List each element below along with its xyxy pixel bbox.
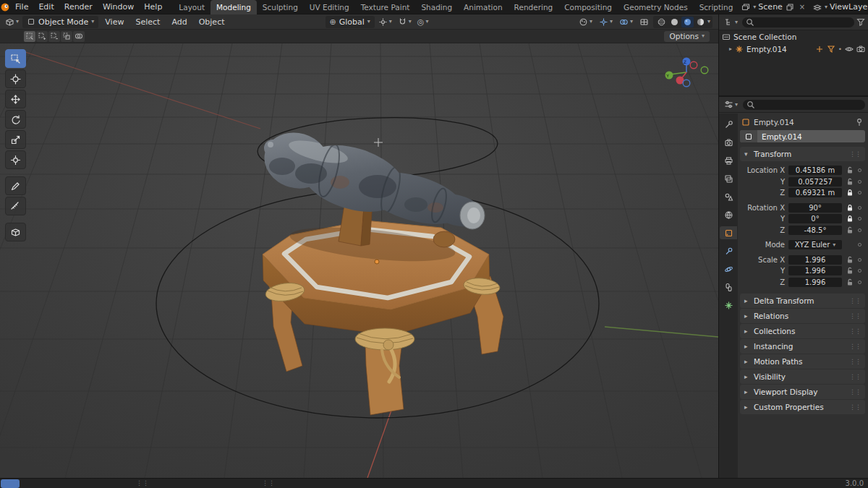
lock-icon[interactable] <box>846 178 854 186</box>
scene-browse-chevron-icon[interactable]: ▾ <box>753 4 756 10</box>
location-y-field[interactable]: 0.057257 <box>788 177 842 187</box>
panel-grip-icon[interactable]: ⋮⋮ <box>849 328 861 335</box>
object-name-field[interactable]: Empty.014 <box>740 130 865 142</box>
transform-orientation-dropdown[interactable]: ⊕ Global ▾ <box>326 16 375 28</box>
panel-header-custom-properties[interactable]: ▸ Custom Properties ⋮⋮ <box>740 400 865 414</box>
animate-decorator[interactable] <box>858 217 861 221</box>
animate-decorator[interactable] <box>858 258 861 262</box>
tab-texture-paint[interactable]: Texture Paint <box>355 0 416 14</box>
panel-header-motion-paths[interactable]: ▸ Motion Paths ⋮⋮ <box>740 354 865 369</box>
tab-object-data-properties[interactable] <box>720 299 737 312</box>
menu-view[interactable]: View <box>100 14 129 30</box>
animate-decorator[interactable] <box>858 180 861 184</box>
scale-z-field[interactable]: 1.996 <box>788 278 842 287</box>
3d-viewport[interactable]: Y Z <box>0 43 718 478</box>
panel-header-collections[interactable]: ▸ Collections ⋮⋮ <box>740 324 865 338</box>
scene-name[interactable]: Scene <box>758 2 783 12</box>
menu-render[interactable]: Render <box>59 0 98 14</box>
panel-header-viewport-display[interactable]: ▸ Viewport Display ⋮⋮ <box>740 385 865 399</box>
shading-rendered-button[interactable] <box>694 17 707 27</box>
tab-uv-editing[interactable]: UV Editing <box>304 0 355 14</box>
splitter-handle-icon[interactable]: ⋮⋮ <box>136 479 149 487</box>
tab-world-properties[interactable] <box>720 208 737 221</box>
proportional-editing-dropdown[interactable]: ◎ ▾ <box>415 16 431 28</box>
tab-rendering[interactable]: Rendering <box>509 0 559 14</box>
hide-eye-icon[interactable] <box>845 45 854 53</box>
tab-physics-properties[interactable] <box>720 262 737 275</box>
tab-compositing[interactable]: Compositing <box>558 0 618 14</box>
animate-decorator[interactable] <box>858 243 861 247</box>
new-scene-button[interactable] <box>785 2 795 12</box>
tab-view-layer-properties[interactable] <box>720 172 737 185</box>
transform-tool[interactable] <box>5 150 26 169</box>
location-z-field[interactable]: 0.69321 m <box>788 188 842 197</box>
shading-material-button[interactable] <box>681 17 694 27</box>
select-mode-invert-button[interactable] <box>61 31 72 42</box>
panel-header-delta-transform[interactable]: ▸ Delta Transform ⋮⋮ <box>740 294 865 308</box>
transform-panel-header[interactable]: ▾ Transform ⋮⋮ <box>740 147 865 161</box>
menu-file[interactable]: File <box>10 0 33 14</box>
expand-chevron-icon[interactable]: ▸ <box>729 46 732 52</box>
tab-layout[interactable]: Layout <box>173 0 210 14</box>
timeline-playhead[interactable] <box>1 479 20 488</box>
viewlayer-browse-button[interactable] <box>812 2 822 12</box>
gizmos-dropdown[interactable]: ▾ <box>597 16 615 28</box>
select-mode-extend-button[interactable] <box>36 31 48 42</box>
tab-sculpting[interactable]: Sculpting <box>257 0 304 14</box>
panel-grip-icon[interactable]: ⋮⋮ <box>849 297 861 304</box>
outliner-filter-button[interactable] <box>856 18 865 27</box>
rotation-z-field[interactable]: -48.5° <box>788 226 842 235</box>
cursor-tool[interactable] <box>5 69 26 88</box>
outliner-search-input[interactable] <box>742 17 854 27</box>
scene-collection-row[interactable]: Scene Collection <box>719 30 868 43</box>
select-mode-subtract-button[interactable] <box>48 31 60 42</box>
tab-scene-properties[interactable] <box>720 190 737 203</box>
lock-icon[interactable] <box>846 215 854 223</box>
splitter-handle-icon[interactable]: ⋮⋮ <box>262 479 275 487</box>
transform-pivot-dropdown[interactable]: ▾ <box>376 16 394 28</box>
viewport-canvas[interactable]: Y Z <box>0 43 718 478</box>
properties-editor-button[interactable]: ▾ <box>722 98 740 111</box>
panel-grip-icon[interactable]: ⋮⋮ <box>849 343 861 350</box>
location-x-field[interactable]: 0.45186 m <box>788 166 842 175</box>
editor-type-button[interactable]: ▾ <box>3 16 21 28</box>
tab-modeling[interactable]: Modeling <box>210 0 257 14</box>
panel-grip-icon[interactable]: ⋮⋮ <box>849 388 861 395</box>
scene-browse-button[interactable] <box>741 2 751 12</box>
breadcrumb-object-name[interactable]: Empty.014 <box>754 118 794 127</box>
xray-toggle[interactable] <box>637 16 651 28</box>
unlink-scene-button[interactable]: × <box>797 2 807 12</box>
mode-dropdown[interactable]: Object Mode ▾ <box>22 16 98 28</box>
object-visibility-dropdown[interactable]: ▾ <box>576 16 595 28</box>
animate-decorator[interactable] <box>858 228 861 232</box>
scale-y-field[interactable]: 1.996 <box>788 266 842 275</box>
menu-edit[interactable]: Edit <box>33 0 59 14</box>
add-primitive-tool[interactable] <box>5 223 26 241</box>
tab-constraint-properties[interactable] <box>720 281 737 294</box>
panel-grip-icon[interactable]: ⋮⋮ <box>849 373 861 380</box>
panel-header-relations[interactable]: ▸ Relations ⋮⋮ <box>740 309 865 323</box>
lock-icon[interactable] <box>846 166 854 174</box>
panel-grip-icon[interactable]: ⋮⋮ <box>849 312 861 320</box>
lock-icon[interactable] <box>846 267 854 275</box>
shading-dropdown-chevron-icon[interactable]: ▾ <box>707 19 710 25</box>
viewlayer-browse-chevron-icon[interactable]: ▾ <box>825 4 827 10</box>
panel-header-visibility[interactable]: ▸ Visibility ⋮⋮ <box>740 369 865 384</box>
overlays-dropdown[interactable]: ▾ <box>617 16 635 28</box>
shading-wireframe-button[interactable] <box>655 17 668 27</box>
scale-x-field[interactable]: 1.996 <box>788 255 842 265</box>
panel-header-instancing[interactable]: ▸ Instancing ⋮⋮ <box>740 339 865 354</box>
tab-modifier-properties[interactable] <box>720 244 737 257</box>
properties-search-input[interactable] <box>743 100 865 110</box>
lock-icon[interactable] <box>846 226 854 234</box>
measure-tool[interactable] <box>5 197 26 215</box>
snap-dropdown[interactable]: ▾ <box>396 16 414 28</box>
rotation-y-field[interactable]: 0° <box>788 214 842 223</box>
menu-select[interactable]: Select <box>130 14 165 30</box>
lock-icon[interactable] <box>846 256 854 264</box>
scale-tool[interactable] <box>5 130 26 149</box>
tab-object-properties[interactable] <box>720 226 737 239</box>
select-mode-intersect-button[interactable] <box>73 31 85 42</box>
menu-add[interactable]: Add <box>166 14 192 30</box>
select-mode-set-button[interactable] <box>24 31 35 42</box>
